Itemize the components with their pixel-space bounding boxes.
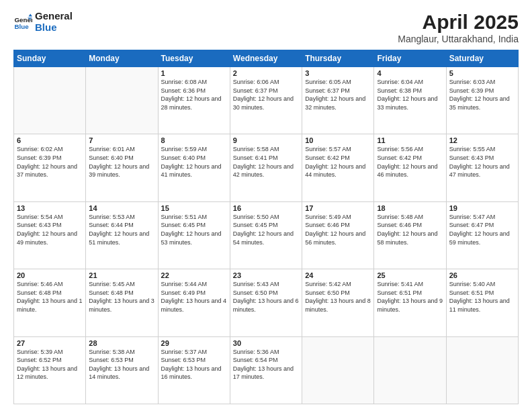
top-section: General Blue General Blue April 2025 Man… xyxy=(13,11,519,44)
day-info: Sunrise: 5:57 AM Sunset: 6:42 PM Dayligh… xyxy=(305,145,371,179)
calendar-cell: 18Sunrise: 5:48 AM Sunset: 6:46 PM Dayli… xyxy=(374,201,446,269)
day-info: Sunrise: 6:05 AM Sunset: 6:37 PM Dayligh… xyxy=(305,78,371,111)
day-info: Sunrise: 5:42 AM Sunset: 6:50 PM Dayligh… xyxy=(305,280,371,314)
calendar-cell: 22Sunrise: 5:44 AM Sunset: 6:49 PM Dayli… xyxy=(158,269,230,336)
calendar-cell xyxy=(302,336,374,404)
header-row: Sunday Monday Tuesday Wednesday Thursday… xyxy=(14,50,519,67)
day-number: 30 xyxy=(233,339,299,347)
day-number: 8 xyxy=(161,136,227,144)
day-info: Sunrise: 6:01 AM Sunset: 6:40 PM Dayligh… xyxy=(89,145,154,179)
day-number: 9 xyxy=(233,136,299,144)
day-number: 1 xyxy=(161,69,227,77)
day-info: Sunrise: 5:39 AM Sunset: 6:52 PM Dayligh… xyxy=(17,348,83,381)
calendar-cell: 25Sunrise: 5:41 AM Sunset: 6:51 PM Dayli… xyxy=(374,269,446,336)
calendar-table: Sunday Monday Tuesday Wednesday Thursday… xyxy=(13,50,519,404)
day-info: Sunrise: 6:02 AM Sunset: 6:39 PM Dayligh… xyxy=(17,145,83,179)
day-info: Sunrise: 5:45 AM Sunset: 6:48 PM Dayligh… xyxy=(89,280,154,314)
day-number: 10 xyxy=(305,136,371,144)
calendar-cell: 30Sunrise: 5:36 AM Sunset: 6:54 PM Dayli… xyxy=(230,336,302,404)
day-number: 13 xyxy=(17,204,83,212)
calendar-cell: 21Sunrise: 5:45 AM Sunset: 6:48 PM Dayli… xyxy=(86,269,158,336)
calendar-header: Sunday Monday Tuesday Wednesday Thursday… xyxy=(14,50,519,67)
calendar-cell: 2Sunrise: 6:06 AM Sunset: 6:37 PM Daylig… xyxy=(230,67,302,134)
day-info: Sunrise: 5:50 AM Sunset: 6:45 PM Dayligh… xyxy=(233,213,299,246)
day-number: 6 xyxy=(17,136,83,144)
day-number: 29 xyxy=(161,339,227,347)
day-number: 15 xyxy=(161,204,227,212)
calendar-cell: 1Sunrise: 6:08 AM Sunset: 6:36 PM Daylig… xyxy=(158,67,230,134)
calendar-cell: 16Sunrise: 5:50 AM Sunset: 6:45 PM Dayli… xyxy=(230,201,302,269)
svg-text:Blue: Blue xyxy=(14,22,29,30)
header-tuesday: Tuesday xyxy=(158,50,230,67)
day-info: Sunrise: 5:37 AM Sunset: 6:53 PM Dayligh… xyxy=(161,348,227,381)
header-thursday: Thursday xyxy=(302,50,374,67)
logo-line1: General xyxy=(35,11,73,22)
title-section: April 2025 Manglaur, Uttarakhand, India xyxy=(398,11,519,44)
day-number: 16 xyxy=(233,204,299,212)
day-info: Sunrise: 6:03 AM Sunset: 6:39 PM Dayligh… xyxy=(449,78,515,111)
day-info: Sunrise: 5:49 AM Sunset: 6:46 PM Dayligh… xyxy=(305,213,371,246)
calendar-cell: 27Sunrise: 5:39 AM Sunset: 6:52 PM Dayli… xyxy=(14,336,86,404)
calendar-body: 1Sunrise: 6:08 AM Sunset: 6:36 PM Daylig… xyxy=(14,67,519,404)
calendar-cell: 6Sunrise: 6:02 AM Sunset: 6:39 PM Daylig… xyxy=(14,134,86,201)
day-info: Sunrise: 5:48 AM Sunset: 6:46 PM Dayligh… xyxy=(377,213,443,246)
page-subtitle: Manglaur, Uttarakhand, India xyxy=(398,34,519,44)
calendar-cell: 9Sunrise: 5:58 AM Sunset: 6:41 PM Daylig… xyxy=(230,134,302,201)
calendar-cell: 3Sunrise: 6:05 AM Sunset: 6:37 PM Daylig… xyxy=(302,67,374,134)
calendar-cell: 14Sunrise: 5:53 AM Sunset: 6:44 PM Dayli… xyxy=(86,201,158,269)
day-number: 25 xyxy=(377,271,443,279)
day-number: 21 xyxy=(89,271,154,279)
day-info: Sunrise: 6:06 AM Sunset: 6:37 PM Dayligh… xyxy=(233,78,299,111)
header-monday: Monday xyxy=(86,50,158,67)
calendar-cell xyxy=(14,67,86,134)
day-info: Sunrise: 5:58 AM Sunset: 6:41 PM Dayligh… xyxy=(233,145,299,179)
day-info: Sunrise: 5:38 AM Sunset: 6:53 PM Dayligh… xyxy=(89,348,154,381)
calendar-cell: 11Sunrise: 5:56 AM Sunset: 6:42 PM Dayli… xyxy=(374,134,446,201)
day-number: 28 xyxy=(89,339,154,347)
svg-marker-2 xyxy=(28,13,32,16)
calendar-cell: 13Sunrise: 5:54 AM Sunset: 6:43 PM Dayli… xyxy=(14,201,86,269)
calendar-week-3: 20Sunrise: 5:46 AM Sunset: 6:48 PM Dayli… xyxy=(14,269,519,336)
day-number: 17 xyxy=(305,204,371,212)
day-info: Sunrise: 5:40 AM Sunset: 6:51 PM Dayligh… xyxy=(449,280,515,314)
day-number: 22 xyxy=(161,271,227,279)
calendar-cell xyxy=(86,67,158,134)
day-info: Sunrise: 5:59 AM Sunset: 6:40 PM Dayligh… xyxy=(161,145,227,179)
header-saturday: Saturday xyxy=(446,50,518,67)
day-number: 24 xyxy=(305,271,371,279)
calendar-week-1: 6Sunrise: 6:02 AM Sunset: 6:39 PM Daylig… xyxy=(14,134,519,201)
calendar-cell: 4Sunrise: 6:04 AM Sunset: 6:38 PM Daylig… xyxy=(374,67,446,134)
day-info: Sunrise: 5:53 AM Sunset: 6:44 PM Dayligh… xyxy=(89,213,154,246)
header-sunday: Sunday xyxy=(14,50,86,67)
day-number: 27 xyxy=(17,339,83,347)
day-number: 14 xyxy=(89,204,154,212)
day-info: Sunrise: 5:44 AM Sunset: 6:49 PM Dayligh… xyxy=(161,280,227,314)
day-info: Sunrise: 5:47 AM Sunset: 6:47 PM Dayligh… xyxy=(449,213,515,246)
page-title: April 2025 xyxy=(398,11,519,34)
day-number: 3 xyxy=(305,69,371,77)
logo: General Blue General Blue xyxy=(13,11,73,33)
calendar-cell: 28Sunrise: 5:38 AM Sunset: 6:53 PM Dayli… xyxy=(86,336,158,404)
calendar-cell: 7Sunrise: 6:01 AM Sunset: 6:40 PM Daylig… xyxy=(86,134,158,201)
day-number: 5 xyxy=(449,69,515,77)
calendar-week-4: 27Sunrise: 5:39 AM Sunset: 6:52 PM Dayli… xyxy=(14,336,519,404)
day-info: Sunrise: 5:36 AM Sunset: 6:54 PM Dayligh… xyxy=(233,348,299,381)
calendar-cell: 26Sunrise: 5:40 AM Sunset: 6:51 PM Dayli… xyxy=(446,269,518,336)
day-info: Sunrise: 5:56 AM Sunset: 6:42 PM Dayligh… xyxy=(377,145,443,179)
calendar-cell xyxy=(374,336,446,404)
day-info: Sunrise: 5:55 AM Sunset: 6:43 PM Dayligh… xyxy=(449,145,515,179)
calendar-cell: 24Sunrise: 5:42 AM Sunset: 6:50 PM Dayli… xyxy=(302,269,374,336)
day-info: Sunrise: 5:54 AM Sunset: 6:43 PM Dayligh… xyxy=(17,213,83,246)
calendar-cell: 23Sunrise: 5:43 AM Sunset: 6:50 PM Dayli… xyxy=(230,269,302,336)
day-info: Sunrise: 5:51 AM Sunset: 6:45 PM Dayligh… xyxy=(161,213,227,246)
day-info: Sunrise: 6:04 AM Sunset: 6:38 PM Dayligh… xyxy=(377,78,443,111)
day-number: 2 xyxy=(233,69,299,77)
calendar-cell: 20Sunrise: 5:46 AM Sunset: 6:48 PM Dayli… xyxy=(14,269,86,336)
day-number: 4 xyxy=(377,69,443,77)
day-info: Sunrise: 5:43 AM Sunset: 6:50 PM Dayligh… xyxy=(233,280,299,314)
day-number: 23 xyxy=(233,271,299,279)
calendar-cell: 5Sunrise: 6:03 AM Sunset: 6:39 PM Daylig… xyxy=(446,67,518,134)
day-info: Sunrise: 5:46 AM Sunset: 6:48 PM Dayligh… xyxy=(17,280,83,314)
header-friday: Friday xyxy=(374,50,446,67)
day-number: 7 xyxy=(89,136,154,144)
